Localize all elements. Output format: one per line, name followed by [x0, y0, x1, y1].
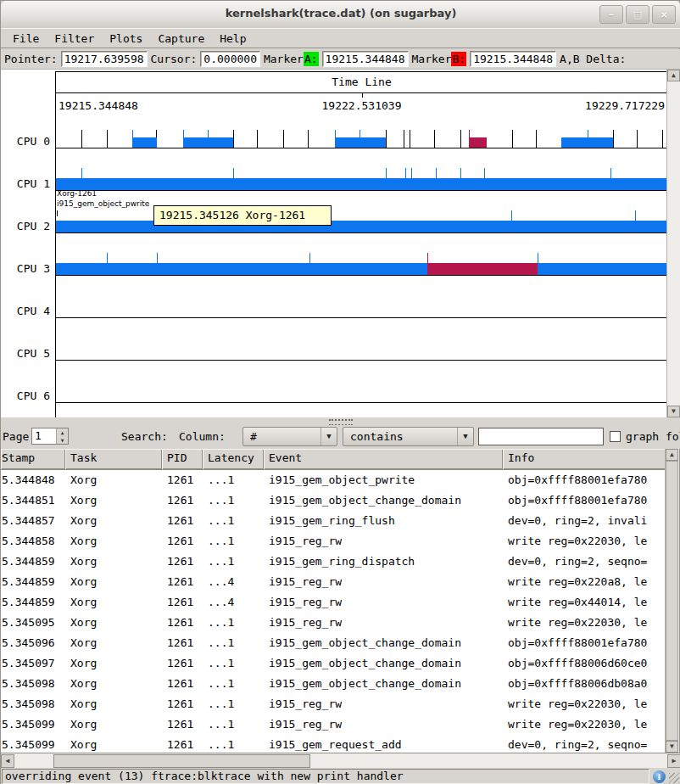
table-row[interactable]: 5.345096Xorg1261...1i915_gem_object_chan… — [1, 633, 666, 653]
kernelshark-window: kernelshark(trace.dat) (on sugarbay) – □… — [0, 0, 680, 784]
column-header-latency[interactable]: Latency — [203, 449, 264, 469]
marker-a-label: Marker — [264, 53, 304, 65]
column-select[interactable]: # ▼ — [242, 427, 337, 446]
table-cell: i915_reg_rw — [264, 592, 503, 613]
delta-label: A,B Delta: — [560, 53, 626, 65]
table-row[interactable]: 5.345097Xorg1261...1i915_gem_object_chan… — [1, 653, 666, 674]
menu-item-help[interactable]: Help — [220, 32, 246, 45]
column-header-task[interactable]: Task — [65, 449, 162, 469]
page-spinner[interactable]: 1 ▲ ▼ — [31, 428, 69, 445]
scroll-down-icon[interactable]: ▼ — [667, 406, 680, 417]
event-tick — [512, 130, 513, 148]
column-header-pid[interactable]: PID — [162, 449, 203, 469]
page-spinner-arrows[interactable]: ▲ ▼ — [56, 428, 68, 444]
table-cell: 1261 — [162, 511, 203, 531]
table-row[interactable]: 5.344851Xorg1261...1i915_gem_object_chan… — [1, 490, 666, 511]
timeline-axis-center-tick — [362, 92, 363, 98]
minimize-icon[interactable]: – — [599, 5, 623, 24]
table-cell: 1261 — [162, 613, 203, 633]
table-row[interactable]: 5.344857Xorg1261...1i915_gem_ring_flushd… — [1, 511, 666, 531]
table-cell: Xorg — [65, 490, 162, 511]
table-header: StampTaskPIDLatencyEventInfo — [1, 449, 666, 469]
cpu-activity-segment — [469, 137, 487, 148]
spin-down-icon[interactable]: ▼ — [57, 436, 68, 444]
table-cell: Xorg — [65, 572, 162, 592]
hover-event-name: i915_gem_object_pwrite — [57, 199, 149, 209]
table-cell: i915_gem_object_change_domain — [264, 633, 503, 653]
table-cell: 5.345099 — [1, 735, 65, 753]
table-cell: i915_reg_rw — [264, 714, 503, 735]
cpu-activity-segment — [427, 263, 538, 275]
event-tick — [308, 130, 309, 148]
table-cell: obj=0xffff88001efa780 — [503, 470, 666, 490]
table-cell: 1261 — [162, 633, 203, 653]
search-label: Search: — [121, 430, 168, 443]
maximize-icon[interactable]: □ — [626, 5, 649, 24]
table-row[interactable]: 5.344859Xorg1261...1i915_gem_ring_dispat… — [1, 552, 666, 572]
table-cell: Xorg — [65, 633, 162, 653]
table-horizontal-scrollbar[interactable]: ◀ ▶ — [1, 753, 680, 768]
column-select-value: # — [243, 430, 320, 443]
table-row[interactable]: 5.344848Xorg1261...1i915_gem_object_pwri… — [1, 470, 666, 490]
title-bar[interactable]: kernelshark(trace.dat) (on sugarbay) – □… — [1, 1, 680, 29]
table-row[interactable]: 5.345095Xorg1261...1i915_reg_rwwrite reg… — [1, 613, 666, 633]
table-cell: Xorg — [65, 674, 162, 694]
pane-splitter[interactable] — [1, 417, 680, 425]
resize-grip-icon[interactable] — [669, 773, 679, 783]
scroll-up-icon[interactable]: ▲ — [667, 70, 680, 81]
graph-vertical-scrollbar[interactable]: ▲ ▼ — [666, 70, 680, 417]
axis-label-end: 19229.717229 — [585, 99, 665, 112]
marker-b-value: 19215.344848 — [470, 51, 556, 67]
scrollbar-thumb[interactable] — [53, 754, 310, 768]
search-input[interactable] — [478, 428, 604, 445]
pointer-value: 19217.639598 — [61, 51, 148, 67]
scroll-right-icon[interactable]: ▶ — [667, 754, 680, 768]
menu-item-filter[interactable]: Filter — [54, 32, 94, 45]
event-tick — [257, 130, 258, 148]
table-row[interactable]: 5.344859Xorg1261...4i915_reg_rwwrite reg… — [1, 592, 666, 613]
event-tick — [233, 130, 234, 148]
table-cell: 1261 — [162, 592, 203, 613]
column-header-info[interactable]: Info — [503, 449, 666, 469]
info-icon[interactable]: i — [653, 770, 666, 783]
timeline-plot[interactable]: Time Line 19215.344848 19222.531039 1922… — [55, 71, 667, 417]
scroll-up-icon[interactable]: ▲ — [666, 449, 678, 461]
event-tick — [107, 130, 108, 148]
table-cell: i915_reg_rw — [264, 694, 503, 714]
table-row[interactable]: 5.344858Xorg1261...1i915_reg_rwwrite reg… — [1, 531, 666, 552]
table-vertical-scrollbar[interactable]: ▲ ▼ — [665, 449, 679, 753]
table-cell: ...1 — [203, 735, 264, 753]
spin-up-icon[interactable]: ▲ — [57, 428, 68, 436]
operator-select[interactable]: contains ▼ — [343, 427, 474, 446]
status-bar: overriding event (13) ftrace:blktrace wi… — [1, 768, 680, 784]
page-value: 1 — [35, 429, 42, 442]
graph-follows-checkbox[interactable] — [610, 431, 621, 442]
marker-a-badge: A: — [304, 52, 319, 66]
menu-bar: FileFilterPlotsCaptureHelp — [1, 28, 680, 48]
table-cell: i915_gem_ring_flush — [264, 511, 503, 531]
table-cell: 5.345099 — [1, 714, 65, 735]
column-header-stamp[interactable]: Stamp — [1, 449, 65, 469]
table-cell: 1261 — [162, 470, 203, 490]
table-cell: Xorg — [65, 735, 162, 753]
close-icon[interactable]: × — [652, 5, 676, 24]
menu-item-plots[interactable]: Plots — [109, 32, 142, 45]
table-row[interactable]: 5.345098Xorg1261...1i915_gem_object_chan… — [1, 674, 666, 694]
table-row[interactable]: 5.345099Xorg1261...1i915_reg_rwwrite reg… — [1, 714, 666, 735]
timeline-title: Time Line — [56, 76, 667, 88]
table-cell: 5.344859 — [1, 552, 65, 572]
hover-task-labels: Xorg-1261 i915_gem_object_pwrite — [57, 188, 149, 209]
cpu-row-label: CPU 0 — [1, 135, 50, 148]
table-row[interactable]: 5.345099Xorg1261...1i915_gem_request_add… — [1, 735, 666, 753]
axis-label-middle: 19222.531039 — [322, 99, 402, 112]
operator-select-value: contains — [343, 430, 457, 443]
column-header-event[interactable]: Event — [264, 449, 503, 469]
menu-item-capture[interactable]: Capture — [158, 32, 204, 45]
table-row[interactable]: 5.345098Xorg1261...1i915_reg_rwwrite reg… — [1, 694, 666, 714]
scroll-down-icon[interactable]: ▼ — [666, 741, 678, 753]
scrollbar-thumb[interactable] — [666, 461, 678, 741]
table-row[interactable]: 5.344859Xorg1261...4i915_reg_rwwrite reg… — [1, 572, 666, 592]
menu-item-file[interactable]: File — [13, 32, 39, 45]
scroll-left-icon[interactable]: ◀ — [1, 754, 14, 768]
table-cell: i915_reg_rw — [264, 531, 503, 552]
